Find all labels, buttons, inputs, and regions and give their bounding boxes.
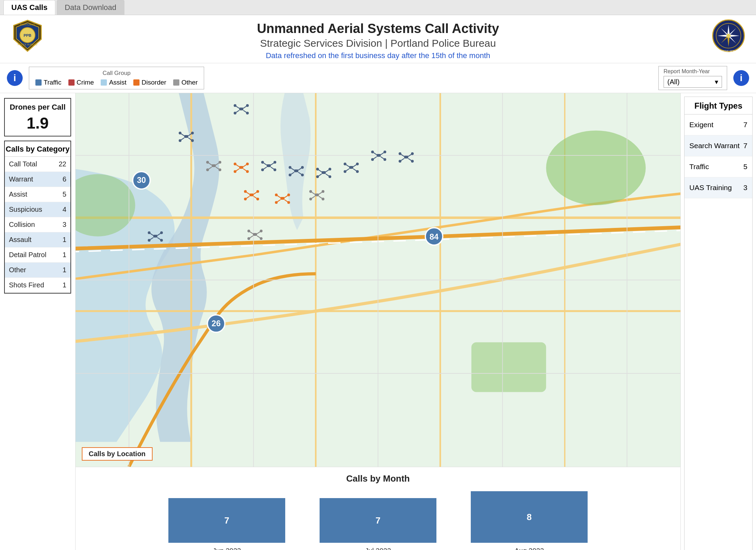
report-month-value: (All): [667, 78, 680, 86]
svg-point-58: [179, 139, 181, 142]
svg-rect-150: [404, 156, 408, 158]
legend-item-disorder: Disorder: [133, 79, 166, 86]
bar-label-jun: Jun 2023: [213, 547, 241, 550]
crime-color-dot: [68, 79, 75, 86]
calls-by-category-title: Calls by Category: [5, 141, 70, 157]
svg-point-175: [247, 237, 250, 240]
drone-icon-7[interactable]: [316, 167, 331, 179]
bar-col-jun[interactable]: 7 Jun 2023: [168, 498, 285, 550]
flight-value-uas-training: 3: [743, 184, 747, 192]
svg-point-86: [274, 168, 276, 171]
svg-point-95: [301, 174, 304, 176]
report-month-label: Report Month-Year: [664, 68, 722, 75]
drone-icon-6[interactable]: [289, 165, 304, 177]
flight-label-exigent: Exigent: [689, 121, 713, 129]
svg-point-157: [399, 160, 401, 163]
drones-per-call-value: 1.9: [8, 114, 67, 132]
svg-point-165: [160, 231, 163, 234]
bar-col-jul[interactable]: 7 Jul 2023: [320, 498, 436, 550]
svg-point-93: [301, 166, 304, 169]
svg-rect-51: [184, 135, 188, 138]
svg-point-140: [322, 198, 324, 200]
drone-icon-11[interactable]: [309, 189, 324, 201]
chevron-down-icon: ▾: [715, 78, 718, 86]
bar-col-aug[interactable]: 8 Aug 2023: [471, 491, 588, 550]
tab-data-download[interactable]: Data Download: [57, 0, 124, 15]
cat-row-collision: Collision 3: [5, 217, 70, 232]
flight-row-traffic: Traffic 5: [685, 156, 752, 177]
drone-icon-10[interactable]: [275, 193, 290, 205]
legend-label-traffic: Traffic: [44, 79, 62, 86]
svg-point-111: [356, 163, 359, 165]
right-panel: Flight Types Exigent 7 Search Warrant 7 …: [680, 93, 756, 550]
drone-icon-1[interactable]: [234, 103, 249, 115]
svg-point-104: [329, 175, 331, 178]
svg-point-128: [275, 194, 278, 196]
svg-rect-78: [267, 164, 271, 167]
info-button-left[interactable]: i: [7, 70, 23, 86]
svg-point-49: [234, 112, 236, 114]
svg-point-146: [371, 151, 374, 153]
legend-label-assist: Assist: [109, 79, 126, 86]
flight-value-traffic: 5: [743, 163, 747, 171]
svg-point-138: [322, 190, 324, 193]
report-month-select[interactable]: (All) ▾: [664, 76, 722, 88]
svg-point-103: [316, 175, 319, 178]
svg-rect-141: [377, 154, 381, 157]
header: PPB PORTLAND POLICE BUREAU Unmanned Aeri…: [0, 15, 756, 63]
svg-point-147: [383, 151, 386, 153]
other-color-dot: [173, 79, 179, 86]
tab-uas-calls[interactable]: UAS Calls: [3, 0, 55, 15]
report-month-box: Report Month-Year (All) ▾: [658, 66, 727, 90]
legend-label-disorder: Disorder: [142, 79, 166, 86]
drone-icon-13[interactable]: [399, 152, 414, 163]
legend-label-crime: Crime: [77, 79, 94, 86]
svg-rect-105: [349, 166, 353, 169]
drone-icon-14[interactable]: [148, 231, 163, 242]
svg-rect-168: [253, 233, 257, 236]
drone-icon-2[interactable]: [179, 131, 194, 143]
svg-rect-27: [471, 342, 546, 392]
svg-point-92: [289, 166, 291, 169]
svg-point-76: [234, 170, 236, 173]
svg-point-167: [160, 239, 163, 242]
assist-color-dot: [101, 79, 107, 86]
bar-jun[interactable]: 7: [168, 498, 285, 543]
drone-icon-5[interactable]: [261, 160, 276, 172]
bar-jul[interactable]: 7: [320, 498, 436, 543]
svg-point-16: [726, 34, 731, 38]
flight-row-exigent: Exigent 7: [685, 114, 752, 135]
svg-point-112: [344, 170, 346, 173]
drone-icon-9[interactable]: [244, 189, 259, 201]
drone-icon-4[interactable]: [234, 162, 249, 174]
drone-icon-8[interactable]: [344, 162, 359, 174]
svg-point-129: [287, 194, 290, 196]
svg-point-75: [246, 163, 249, 165]
map-container[interactable]: 84 26 30: [76, 93, 680, 467]
flight-types-box: Flight Types Exigent 7 Search Warrant 7 …: [684, 97, 753, 550]
bar-wrapper-aug: 8: [471, 491, 588, 543]
svg-point-101: [316, 168, 319, 170]
sidebar: Drones per Call 1.9 Calls by Category Ca…: [0, 93, 76, 550]
legend-items: Traffic Crime Assist Disorder Other: [35, 79, 198, 86]
flight-value-search-warrant: 7: [743, 142, 747, 150]
bar-value-aug: 8: [527, 512, 532, 522]
bar-aug[interactable]: 8: [471, 491, 588, 543]
info-button-right[interactable]: i: [733, 70, 749, 86]
drone-icon-3[interactable]: [206, 160, 221, 172]
svg-text:26: 26: [212, 319, 221, 328]
svg-rect-42: [239, 108, 243, 110]
drone-icon-15[interactable]: [247, 229, 263, 241]
page-subtitle: Strategic Services Division | Portland P…: [0, 37, 756, 49]
flight-label-traffic: Traffic: [689, 163, 709, 171]
center-area: 84 26 30: [76, 93, 680, 550]
cat-row-assault: Assault 1: [5, 232, 70, 248]
flight-label-search-warrant: Search Warrant: [689, 142, 740, 150]
calls-by-category-card: Calls by Category Call Total 22 Warrant …: [4, 141, 71, 294]
drone-icon-12[interactable]: [371, 150, 386, 162]
svg-point-121: [244, 198, 247, 200]
svg-point-166: [148, 239, 151, 242]
tab-bar: UAS Calls Data Download: [0, 0, 756, 15]
svg-point-48: [246, 104, 249, 107]
svg-point-120: [256, 190, 259, 193]
